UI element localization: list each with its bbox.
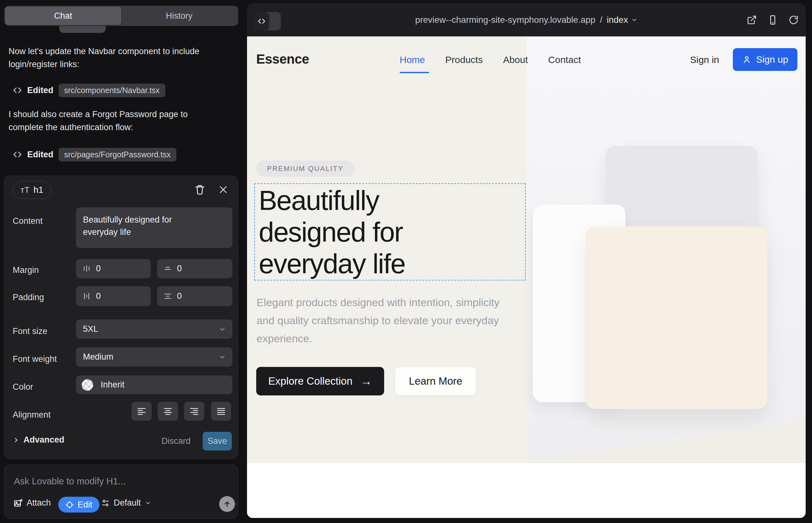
align-right-button[interactable] [184, 402, 204, 421]
element-tag-label: h1 [34, 185, 43, 195]
image-plus-icon [13, 498, 23, 508]
align-center-icon [163, 407, 173, 416]
trash-icon [194, 184, 205, 195]
color-select[interactable]: Inherit [76, 376, 232, 394]
attach-button[interactable]: Attach [13, 498, 51, 508]
explore-collection-button[interactable]: Explore Collection → [256, 367, 384, 395]
browser-actions [747, 3, 799, 36]
app-root: Chat History Now let's update the Navbar… [0, 0, 812, 523]
padding-x-input[interactable]: 0 [76, 286, 151, 306]
arrow-right-icon: → [361, 375, 372, 388]
edited-label: Edited [27, 86, 54, 95]
element-editor-panel: тT h1 Content Beautifully designed for e… [4, 176, 238, 459]
edited-file-chip[interactable]: src/components/Navbar.tsx [58, 84, 166, 97]
chevron-down-icon [631, 17, 637, 23]
edited-file-row[interactable]: Edited src/pages/ForgotPassword.tsx [13, 148, 176, 161]
chevron-down-icon [218, 325, 226, 333]
font-size-select[interactable]: 5XL [76, 320, 232, 339]
nav-about[interactable]: About [503, 54, 528, 65]
margin-y-input[interactable]: 0 [157, 259, 232, 278]
align-center-button[interactable] [158, 402, 178, 421]
refresh-icon[interactable] [789, 15, 799, 25]
type-icon: тT [21, 185, 30, 195]
url-page: index [607, 15, 628, 25]
sliders-icon [101, 499, 110, 507]
padding-horizontal-icon [82, 292, 91, 301]
left-panel: Chat History Now let's update the Navbar… [0, 0, 240, 523]
advanced-toggle[interactable]: Advanced [13, 435, 64, 445]
chat-message: I should also create a Forgot Password p… [8, 108, 209, 134]
mobile-icon[interactable] [768, 15, 778, 25]
padding-vertical-icon [163, 292, 172, 301]
content-input[interactable]: Beautifully designed for everyday life [76, 208, 232, 248]
hero-heading[interactable]: Beautifully designed for everyday life [259, 184, 405, 279]
tab-history[interactable]: History [121, 7, 237, 25]
learn-more-button[interactable]: Learn More [395, 367, 476, 395]
close-editor-button[interactable] [217, 184, 229, 196]
site-viewport: Essence Home Products About Contact Sign… [247, 36, 806, 518]
color-label: Color [13, 382, 33, 392]
active-nav-underline [400, 72, 429, 73]
url-host: preview--charming-site-symphony.lovable.… [415, 15, 595, 25]
alignment-label: Alignment [13, 410, 51, 420]
site-logo[interactable]: Essence [256, 52, 309, 67]
chevron-down-icon [145, 500, 151, 506]
truncated-chip [59, 26, 106, 33]
selected-element-chip[interactable]: тT h1 [13, 181, 51, 199]
font-size-label: Font size [13, 326, 48, 336]
chat-history-tabs: Chat History [4, 6, 238, 26]
code-icon [13, 86, 22, 95]
font-weight-select[interactable]: Medium [76, 347, 232, 366]
save-button[interactable]: Save [203, 432, 232, 451]
hero-paragraph: Elegant products designed with intention… [257, 293, 502, 348]
margin-vertical-icon [163, 264, 172, 273]
nav-home[interactable]: Home [400, 54, 425, 65]
align-left-icon [137, 407, 146, 416]
font-weight-label: Font weight [13, 354, 57, 364]
tab-chat[interactable]: Chat [5, 7, 121, 25]
align-left-button[interactable] [131, 402, 152, 421]
padding-label: Padding [13, 292, 44, 302]
chevron-right-icon [13, 437, 20, 444]
align-justify-icon [216, 407, 226, 416]
decorative-card-beige [586, 227, 767, 409]
url-bar[interactable]: preview--charming-site-symphony.lovable.… [247, 3, 806, 36]
user-icon [742, 55, 752, 64]
url-separator: / [600, 15, 602, 25]
crosshair-icon [65, 501, 74, 509]
edited-file-row[interactable]: Edited src/components/Navbar.tsx [13, 84, 165, 97]
sign-in-link[interactable]: Sign in [690, 54, 719, 65]
margin-x-input[interactable]: 0 [76, 259, 151, 278]
chat-message: Now let's update the Navbar component to… [8, 45, 209, 71]
next-section [247, 463, 806, 518]
delete-element-button[interactable] [194, 184, 206, 196]
premium-badge: PREMIUM QUALITY [256, 161, 354, 177]
content-label: Content [13, 216, 43, 226]
send-button[interactable] [219, 496, 235, 512]
edited-label: Edited [27, 150, 54, 160]
site-nav: Home Products About Contact [400, 54, 581, 65]
arrow-up-icon [223, 500, 231, 508]
margin-horizontal-icon [82, 264, 91, 273]
nav-contact[interactable]: Contact [548, 54, 581, 65]
align-right-icon [189, 407, 199, 416]
sign-up-button[interactable]: Sign up [733, 48, 797, 71]
close-icon [218, 184, 228, 195]
align-justify-button[interactable] [211, 402, 231, 421]
hero-cta-row: Explore Collection → Learn More [256, 367, 476, 395]
margin-label: Margin [13, 265, 39, 275]
preview-browser: preview--charming-site-symphony.lovable.… [247, 3, 806, 518]
external-link-icon[interactable] [747, 15, 757, 25]
edited-file-chip[interactable]: src/pages/ForgotPassword.tsx [58, 148, 176, 161]
chat-input[interactable] [14, 474, 223, 488]
nav-products[interactable]: Products [445, 54, 483, 65]
code-icon [13, 150, 22, 159]
mode-selector[interactable]: Default [101, 498, 151, 508]
edit-mode-button[interactable]: Edit [58, 497, 100, 512]
chat-composer: Attach Edit Default [4, 465, 238, 519]
discard-button[interactable]: Discard [161, 436, 191, 446]
padding-y-input[interactable]: 0 [157, 286, 232, 306]
chevron-down-icon [218, 353, 226, 361]
transparent-swatch-icon [82, 379, 93, 391]
